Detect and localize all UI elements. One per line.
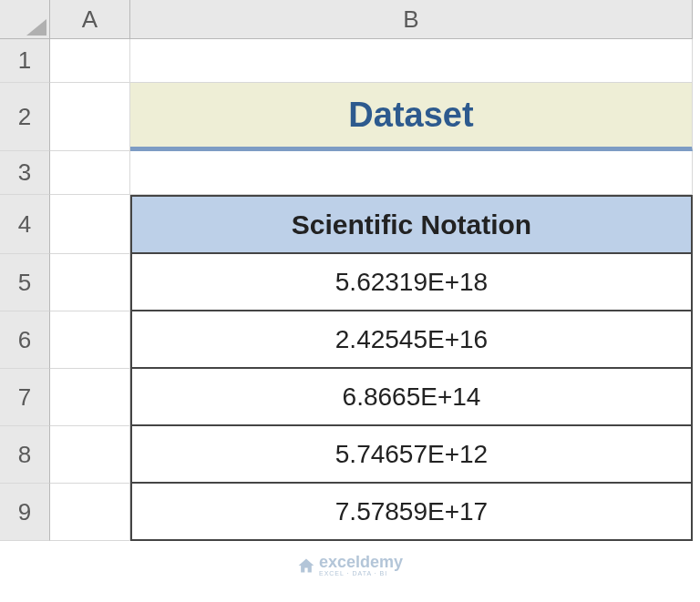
cell-a3[interactable] [50, 151, 130, 195]
cell-a7[interactable] [50, 369, 130, 426]
cell-b4-table-header[interactable]: Scientific Notation [130, 195, 693, 254]
watermark-sub: EXCEL · DATA · BI [319, 570, 403, 576]
cell-b5-data[interactable]: 5.62319E+18 [130, 254, 693, 311]
cell-a8[interactable] [50, 426, 130, 484]
row-header-1[interactable]: 1 [0, 39, 50, 83]
row-header-8[interactable]: 8 [0, 426, 50, 484]
cell-b1[interactable] [130, 39, 693, 83]
row-header-3[interactable]: 3 [0, 151, 50, 195]
spreadsheet-grid: A B 1 2 Dataset 3 4 Scientific Notation … [0, 0, 700, 541]
row-header-7[interactable]: 7 [0, 369, 50, 426]
cell-a1[interactable] [50, 39, 130, 83]
cell-b6-data[interactable]: 2.42545E+16 [130, 311, 693, 369]
cell-a5[interactable] [50, 254, 130, 311]
row-header-9[interactable]: 9 [0, 484, 50, 541]
cell-a4[interactable] [50, 195, 130, 254]
cell-b3[interactable] [130, 151, 693, 195]
watermark: exceldemy EXCEL · DATA · BI [297, 554, 403, 576]
house-icon [297, 556, 315, 575]
cell-a6[interactable] [50, 311, 130, 369]
cell-a2[interactable] [50, 83, 130, 151]
column-header-b[interactable]: B [130, 0, 693, 39]
cell-b7-data[interactable]: 6.8665E+14 [130, 369, 693, 426]
row-header-6[interactable]: 6 [0, 311, 50, 369]
row-header-5[interactable]: 5 [0, 254, 50, 311]
column-header-a[interactable]: A [50, 0, 130, 39]
cell-b2-title[interactable]: Dataset [130, 83, 693, 151]
cell-a9[interactable] [50, 484, 130, 541]
row-header-2[interactable]: 2 [0, 83, 50, 151]
watermark-text: exceldemy EXCEL · DATA · BI [319, 554, 403, 576]
select-all-corner[interactable] [0, 0, 50, 39]
watermark-main: exceldemy [319, 554, 403, 570]
cell-b9-data[interactable]: 7.57859E+17 [130, 484, 693, 541]
row-header-4[interactable]: 4 [0, 195, 50, 254]
cell-b8-data[interactable]: 5.74657E+12 [130, 426, 693, 484]
